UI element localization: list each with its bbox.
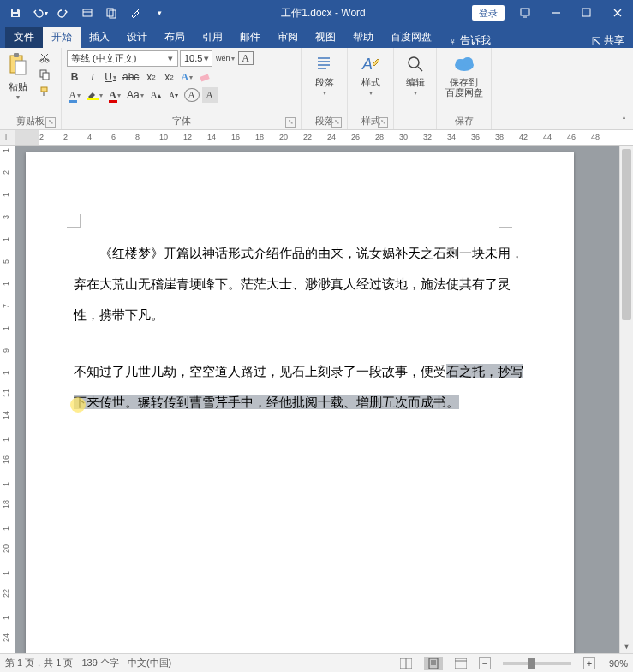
text-effects-icon[interactable]: A▾ (179, 69, 194, 85)
qat-btn5-icon[interactable] (101, 3, 122, 23)
superscript-button[interactable]: x2 (161, 69, 176, 85)
paragraph-launcher-icon[interactable]: ⤡ (331, 117, 342, 128)
font-size-combo[interactable]: 10.5▾ (180, 50, 212, 67)
chevron-down-icon[interactable]: ▾ (202, 53, 210, 64)
login-button[interactable]: 登录 (472, 5, 505, 21)
print-layout-icon[interactable] (424, 657, 443, 670)
chevron-down-icon[interactable]: ▾ (165, 53, 176, 64)
tell-me[interactable]: ♀ 告诉我 (440, 33, 499, 48)
maximize-icon[interactable] (571, 0, 602, 26)
zoom-knob[interactable] (528, 658, 535, 669)
qat-btn6-icon[interactable] (125, 3, 146, 23)
scrollbar-vertical[interactable]: ▲ ▼ (619, 146, 633, 653)
zoom-out-button[interactable]: − (479, 657, 491, 669)
qat-btn4-icon[interactable] (77, 3, 98, 23)
minimize-icon[interactable] (540, 0, 571, 26)
document-page[interactable]: 《红楼梦》开篇以神话形式介绍作品的由来，说女娲补天之石剩一块未用，弃在大荒山无稽… (26, 152, 574, 653)
title-bar: ▾ ▾ 工作1.docx - Word 登录 (0, 0, 633, 26)
font-color-icon[interactable]: A▾ (107, 87, 122, 103)
tab-file[interactable]: 文件 (5, 27, 43, 48)
web-layout-icon[interactable] (451, 657, 470, 670)
tab-design[interactable]: 设计 (118, 27, 156, 48)
scroll-down-icon[interactable]: ▼ (620, 639, 633, 653)
group-save: 保存到百度网盘 保存 (437, 48, 492, 129)
paste-label[interactable]: 粘贴 (9, 80, 27, 93)
underline-button[interactable]: U▾ (103, 69, 118, 85)
tab-mailings[interactable]: 邮件 (231, 27, 269, 48)
char-shading-icon[interactable]: A (202, 87, 218, 103)
qat-customize-icon[interactable]: ▾ (149, 3, 170, 23)
paragraph-button[interactable]: 段落 ▾ (307, 50, 342, 115)
paragraph-1[interactable]: 《红楼梦》开篇以神话形式介绍作品的由来，说女娲补天之石剩一块未用，弃在大荒山无稽… (74, 238, 526, 330)
svg-rect-14 (41, 87, 47, 92)
editing-button[interactable]: 编辑 ▾ (399, 50, 431, 117)
chevron-down-icon[interactable]: ▾ (414, 89, 417, 97)
bold-button[interactable]: B (67, 69, 82, 85)
svg-rect-2 (83, 9, 92, 16)
strikethrough-button[interactable]: abc (121, 69, 140, 85)
svg-rect-6 (582, 9, 590, 16)
word-count[interactable]: 139 个字 (81, 657, 118, 669)
tab-baidu[interactable]: 百度网盘 (382, 27, 440, 48)
clear-formatting-icon[interactable] (197, 69, 214, 85)
tab-layout[interactable]: 布局 (156, 27, 194, 48)
styles-launcher-icon[interactable]: ⤡ (378, 117, 388, 128)
format-painter-icon[interactable] (36, 84, 53, 99)
chevron-down-icon[interactable]: ▾ (323, 89, 326, 97)
tab-review[interactable]: 审阅 (269, 27, 307, 48)
tab-help[interactable]: 帮助 (344, 27, 382, 48)
collapse-ribbon-icon[interactable]: ˄ (618, 114, 630, 126)
page-canvas[interactable]: 《红楼梦》开篇以神话形式介绍作品的由来，说女娲补天之石剩一块未用，弃在大荒山无稽… (15, 146, 633, 653)
svg-rect-0 (13, 9, 17, 12)
tab-view[interactable]: 视图 (307, 27, 344, 48)
ruler-horizontal[interactable]: L 22468101214161820222426283032343638424… (0, 130, 633, 146)
cut-icon[interactable] (36, 50, 53, 65)
svg-rect-9 (15, 61, 26, 74)
share-button[interactable]: ⇱ 共享 (583, 33, 633, 48)
tab-insert[interactable]: 插入 (81, 27, 118, 48)
paste-button[interactable] (5, 50, 31, 80)
ruler-vertical[interactable]: 121315171911114116118120122124 (0, 146, 15, 653)
zoom-in-button[interactable]: + (583, 657, 595, 669)
svg-rect-15 (200, 74, 210, 81)
group-label-clipboard: 剪贴板⤡ (5, 115, 56, 129)
clipboard-launcher-icon[interactable]: ⤡ (45, 117, 56, 128)
save-baidu-button[interactable]: 保存到百度网盘 (442, 50, 486, 115)
styles-button[interactable]: A 样式 ▾ (353, 50, 388, 115)
tab-references[interactable]: 引用 (194, 27, 231, 48)
window-controls: 登录 (472, 0, 633, 26)
close-icon[interactable] (602, 0, 633, 26)
group-label-styles: 样式⤡ (353, 115, 388, 129)
paragraph-2[interactable]: 不知过了几世几劫，空空道人路过，见石上刻录了一段故事，便受石之托，抄写下来传世。… (74, 356, 526, 418)
copy-icon[interactable] (36, 67, 53, 82)
font-name-combo[interactable]: 等线 (中文正文)▾ (67, 50, 178, 67)
change-case-icon[interactable]: Aa▾ (125, 87, 146, 103)
zoom-slider[interactable] (503, 662, 571, 665)
redo-icon[interactable] (53, 3, 74, 23)
scroll-thumb[interactable] (622, 149, 631, 320)
language-indicator[interactable]: 中文(中国) (128, 657, 171, 669)
read-mode-icon[interactable] (397, 657, 415, 670)
filename: 工作1.docx (281, 7, 331, 19)
font-color-fill-icon[interactable]: A▾ (67, 87, 82, 103)
subscript-button[interactable]: x2 (143, 69, 158, 85)
edit-area: 121315171911114116118120122124 《红楼梦》开篇以神… (0, 146, 633, 653)
document-body[interactable]: 《红楼梦》开篇以神话形式介绍作品的由来，说女娲补天之石剩一块未用，弃在大荒山无稽… (74, 238, 526, 418)
ribbon-options-icon[interactable] (510, 0, 540, 26)
font-launcher-icon[interactable]: ⤡ (285, 117, 296, 128)
undo-icon[interactable]: ▾ (29, 3, 50, 23)
save-icon[interactable] (5, 3, 26, 23)
zoom-level[interactable]: 90% (609, 658, 628, 669)
enclose-char-icon[interactable]: A (184, 88, 200, 102)
char-border-icon[interactable]: A (238, 51, 254, 65)
page-indicator[interactable]: 第 1 页，共 1 页 (5, 657, 73, 669)
shrink-font-icon[interactable]: A▾ (166, 87, 182, 103)
chevron-down-icon[interactable]: ▾ (369, 89, 373, 97)
paste-dropdown-icon[interactable]: ▾ (16, 93, 20, 101)
group-label-save: 保存 (442, 115, 486, 129)
phonetic-guide-icon[interactable]: wén▾ (214, 51, 236, 66)
highlight-icon[interactable]: ▾ (85, 87, 105, 103)
grow-font-icon[interactable]: A▴ (148, 87, 164, 103)
tab-home[interactable]: 开始 (43, 27, 81, 48)
italic-button[interactable]: I (85, 69, 100, 85)
